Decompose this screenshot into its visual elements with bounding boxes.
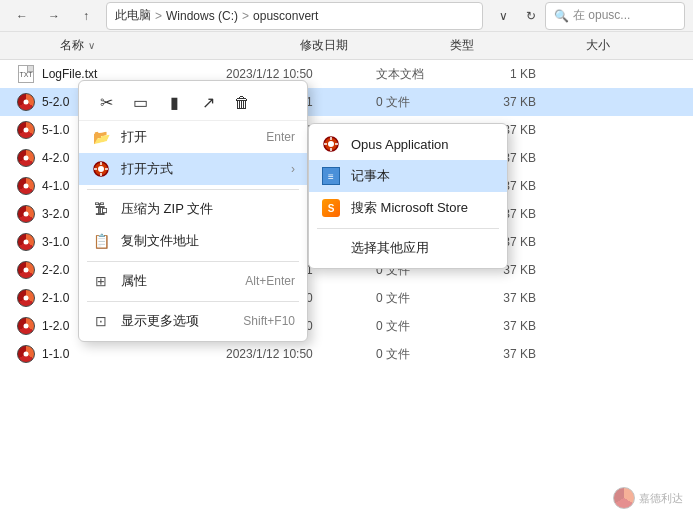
submenu-opus-label: Opus Application: [351, 137, 495, 152]
submenu-open-with: Opus Application 记事本 S 搜索 Microsoft Stor…: [308, 123, 508, 269]
forward-button[interactable]: →: [40, 2, 68, 30]
submenu-store-label: 搜索 Microsoft Store: [351, 199, 495, 217]
file-name: 1-1.0: [16, 344, 226, 364]
file-icon: TXT: [16, 64, 36, 84]
open-icon: 📂: [91, 127, 111, 147]
file-icon: [16, 260, 36, 280]
nav-buttons: ← → ↑: [8, 2, 100, 30]
ctx-open-with[interactable]: 打开方式 ›: [79, 153, 307, 185]
breadcrumb-sep-2: >: [242, 9, 249, 23]
file-type: 0 文件: [376, 318, 476, 335]
file-icon: [16, 120, 36, 140]
ctx-properties-label: 属性: [121, 272, 235, 290]
paste-shortcut-button[interactable]: ▮: [159, 88, 189, 118]
properties-icon: ⊞: [91, 271, 111, 291]
ctx-zip-label: 压缩为 ZIP 文件: [121, 200, 295, 218]
breadcrumb-drive: Windows (C:): [166, 9, 238, 23]
up-button[interactable]: ↑: [72, 2, 100, 30]
file-date: 2023/1/12 10:50: [226, 347, 376, 361]
submenu-opus-app[interactable]: Opus Application: [309, 128, 507, 160]
file-icon: [16, 92, 36, 112]
file-date: 2023/1/12 10:50: [226, 67, 376, 81]
copy-path-icon: 📋: [91, 231, 111, 251]
context-menu: ✂ ▭ ▮ ↗ 🗑 📂 打开 Enter 打开方式 › 🗜: [78, 80, 308, 342]
col-header-type[interactable]: 类型: [450, 37, 550, 54]
copy-button[interactable]: ▭: [125, 88, 155, 118]
ctx-open-shortcut: Enter: [266, 130, 295, 144]
txt-icon: TXT: [18, 65, 34, 83]
file-size: 37 KB: [476, 291, 536, 305]
column-headers: 名称 ∨ 修改日期 类型 大小: [0, 32, 693, 60]
file-size: 1 KB: [476, 67, 536, 81]
svg-point-7: [328, 141, 334, 147]
ctx-open-with-arrow: ›: [291, 162, 295, 176]
zip-icon: 🗜: [91, 199, 111, 219]
ctx-properties-shortcut: Alt+Enter: [245, 274, 295, 288]
sort-arrow-name: ∨: [88, 40, 95, 51]
file-icon: [16, 288, 36, 308]
file-icon: [16, 148, 36, 168]
refresh-button[interactable]: ↻: [517, 2, 545, 30]
ctx-open[interactable]: 📂 打开 Enter: [79, 121, 307, 153]
svg-point-1: [98, 166, 104, 172]
ctx-zip[interactable]: 🗜 压缩为 ZIP 文件: [79, 193, 307, 225]
search-bar[interactable]: 🔍 在 opusc...: [545, 2, 685, 30]
submenu-opus-icon: [321, 134, 341, 154]
breadcrumb[interactable]: 此电脑 > Windows (C:) > opusconvert: [106, 2, 483, 30]
file-type: 0 文件: [376, 290, 476, 307]
submenu-notepad-label: 记事本: [351, 167, 495, 185]
share-button[interactable]: ↗: [193, 88, 223, 118]
ctx-more-options-label: 显示更多选项: [121, 312, 233, 330]
breadcrumb-sep-1: >: [155, 9, 162, 23]
file-icon: [16, 176, 36, 196]
file-size: 37 KB: [476, 347, 536, 361]
submenu-choose-app[interactable]: 选择其他应用: [309, 232, 507, 264]
ctx-open-label: 打开: [121, 128, 256, 146]
ctx-copy-path-label: 复制文件地址: [121, 232, 295, 250]
delete-button[interactable]: 🗑: [227, 88, 257, 118]
file-icon: [16, 344, 36, 364]
col-header-name[interactable]: 名称 ∨: [60, 37, 300, 54]
file-size: 37 KB: [476, 95, 536, 109]
ctx-more-options[interactable]: ⊡ 显示更多选项 Shift+F10: [79, 305, 307, 337]
file-icon: [16, 316, 36, 336]
title-bar: ← → ↑ 此电脑 > Windows (C:) > opusconvert ∨…: [0, 0, 693, 32]
watermark: 嘉德利达: [613, 487, 683, 509]
watermark-text: 嘉德利达: [639, 491, 683, 506]
submenu-choose-label: 选择其他应用: [351, 239, 495, 257]
watermark-logo: [613, 487, 635, 509]
ctx-copy-path[interactable]: 📋 复制文件地址: [79, 225, 307, 257]
file-icon: [16, 204, 36, 224]
file-size: 37 KB: [476, 319, 536, 333]
ctx-divider-1: [79, 185, 307, 193]
file-icon: [16, 232, 36, 252]
breadcrumb-folder: opusconvert: [253, 9, 318, 23]
file-type: 0 文件: [376, 346, 476, 363]
col-header-date[interactable]: 修改日期: [300, 37, 450, 54]
breadcrumb-pc: 此电脑: [115, 7, 151, 24]
search-icon: 🔍: [554, 9, 569, 23]
submenu-store-icon: S: [321, 198, 341, 218]
more-options-icon: ⊡: [91, 311, 111, 331]
file-type: 0 文件: [376, 94, 476, 111]
ctx-properties[interactable]: ⊞ 属性 Alt+Enter: [79, 265, 307, 297]
submenu-notepad-icon: [321, 166, 341, 186]
ctx-divider-2: [79, 257, 307, 265]
cut-button[interactable]: ✂: [91, 88, 121, 118]
open-with-icon: [91, 159, 111, 179]
submenu-notepad[interactable]: 记事本: [309, 160, 507, 192]
search-placeholder: 在 opusc...: [573, 7, 630, 24]
ctx-more-options-shortcut: Shift+F10: [243, 314, 295, 328]
file-row[interactable]: 1-1.0 2023/1/12 10:50 0 文件 37 KB: [0, 340, 693, 368]
submenu-ms-store[interactable]: S 搜索 Microsoft Store: [309, 192, 507, 224]
file-type: 文本文档: [376, 66, 476, 83]
col-header-size[interactable]: 大小: [550, 37, 610, 54]
submenu-choose-icon: [321, 238, 341, 258]
context-toolbar: ✂ ▭ ▮ ↗ 🗑: [79, 85, 307, 121]
ctx-divider-3: [79, 297, 307, 305]
ctx-open-with-label: 打开方式: [121, 160, 281, 178]
expand-button[interactable]: ∨: [489, 2, 517, 30]
back-button[interactable]: ←: [8, 2, 36, 30]
submenu-divider: [309, 224, 507, 232]
